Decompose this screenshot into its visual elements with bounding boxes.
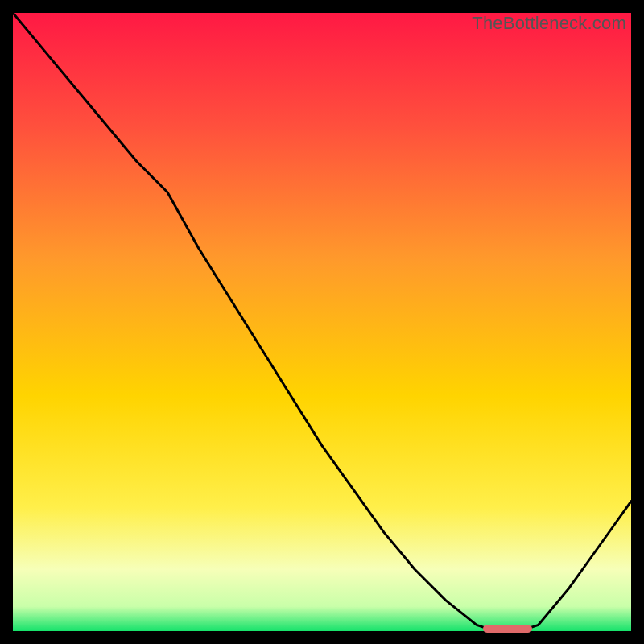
- chart-frame: TheBottleneck.com: [13, 13, 631, 631]
- bottleneck-plot: [13, 13, 631, 631]
- gradient-background: [13, 13, 631, 631]
- optimal-range-marker: [483, 625, 532, 633]
- attribution-label: TheBottleneck.com: [472, 13, 626, 34]
